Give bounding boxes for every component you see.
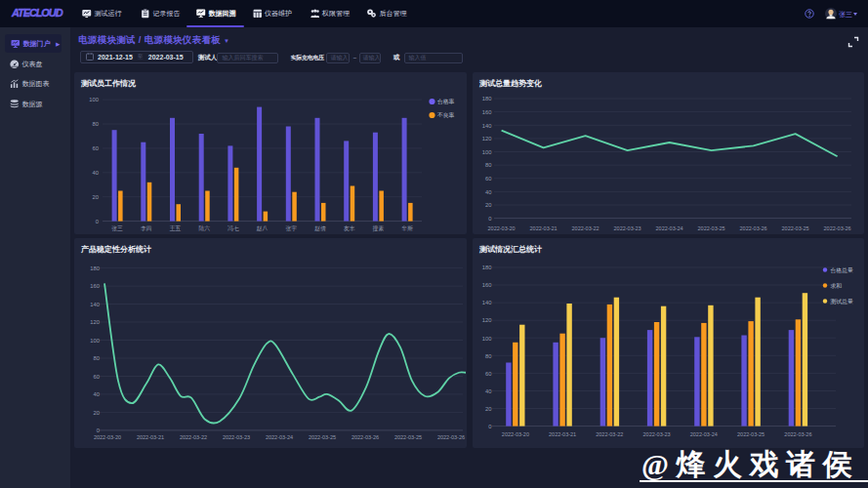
svg-text:60: 60 <box>485 371 491 377</box>
svg-text:陆六: 陆六 <box>198 224 210 231</box>
svg-text:2022-03-21: 2022-03-21 <box>530 225 558 231</box>
svg-text:100: 100 <box>89 97 99 102</box>
svg-text:2022-03-23: 2022-03-23 <box>223 434 250 440</box>
svg-text:0: 0 <box>96 219 99 224</box>
svg-text:张三: 张三 <box>111 225 123 232</box>
svg-text:张宇: 张宇 <box>286 225 298 232</box>
svg-text:2022-03-23: 2022-03-23 <box>643 431 671 437</box>
svg-text:140: 140 <box>90 302 100 307</box>
svg-text:2022-03-20: 2022-03-20 <box>488 225 516 231</box>
svg-text:2022-03-20: 2022-03-20 <box>502 431 529 437</box>
svg-text:140: 140 <box>482 300 492 305</box>
svg-text:不良率: 不良率 <box>437 111 455 118</box>
svg-text:160: 160 <box>90 283 100 289</box>
svg-text:0: 0 <box>488 424 491 429</box>
svg-text:冯七: 冯七 <box>227 224 239 231</box>
svg-text:180: 180 <box>90 265 100 271</box>
svg-text:100: 100 <box>482 336 492 342</box>
svg-text:40: 40 <box>485 189 491 195</box>
svg-text:合格率: 合格率 <box>437 99 455 105</box>
svg-text:2022-03-24: 2022-03-24 <box>690 431 718 437</box>
svg-text:2022-03-22: 2022-03-22 <box>572 225 599 231</box>
svg-text:160: 160 <box>482 282 492 288</box>
svg-text:李四: 李四 <box>141 225 152 232</box>
svg-text:赵倩: 赵倩 <box>314 225 326 232</box>
svg-text:辛斯: 辛斯 <box>401 225 413 231</box>
svg-text:80: 80 <box>94 355 100 361</box>
svg-text:2022-03-26: 2022-03-26 <box>784 431 811 437</box>
svg-text:2022-03-26: 2022-03-26 <box>351 434 379 440</box>
svg-text:60: 60 <box>485 176 491 182</box>
svg-text:2022-03-25: 2022-03-25 <box>394 434 422 440</box>
svg-text:40: 40 <box>485 388 491 394</box>
svg-text:2022-03-25: 2022-03-25 <box>737 431 765 437</box>
svg-text:友丰: 友丰 <box>344 224 355 231</box>
svg-text:2022-03-24: 2022-03-24 <box>656 225 683 231</box>
svg-text:20: 20 <box>485 202 491 208</box>
svg-text:求和: 求和 <box>831 282 843 289</box>
svg-text:2022-03-25: 2022-03-25 <box>782 225 809 231</box>
svg-text:100: 100 <box>90 338 100 344</box>
svg-text:2022-03-26: 2022-03-26 <box>740 225 767 231</box>
svg-text:2022-03-26: 2022-03-26 <box>824 225 851 231</box>
svg-text:80: 80 <box>485 162 491 168</box>
svg-text:180: 180 <box>482 96 492 102</box>
svg-text:2022-03-22: 2022-03-22 <box>596 431 623 437</box>
svg-text:20: 20 <box>94 410 100 416</box>
svg-text:王五: 王五 <box>170 224 182 231</box>
svg-text:2022-03-26: 2022-03-26 <box>437 434 465 440</box>
svg-text:20: 20 <box>485 406 491 412</box>
svg-text:2022-03-25: 2022-03-25 <box>698 225 725 231</box>
svg-text:合格总量: 合格总量 <box>831 267 853 274</box>
svg-text:60: 60 <box>94 374 100 380</box>
svg-text:测试总量: 测试总量 <box>830 298 853 305</box>
svg-text:赵八: 赵八 <box>257 225 269 232</box>
svg-text:20: 20 <box>93 194 99 200</box>
svg-text:2022-03-25: 2022-03-25 <box>309 434 336 440</box>
svg-text:2022-03-24: 2022-03-24 <box>266 434 293 440</box>
svg-text:80: 80 <box>93 121 99 127</box>
svg-text:160: 160 <box>482 109 492 115</box>
svg-text:80: 80 <box>485 353 491 359</box>
svg-text:140: 140 <box>482 123 492 129</box>
svg-text:60: 60 <box>93 145 99 151</box>
svg-text:2022-03-21: 2022-03-21 <box>549 431 576 437</box>
svg-text:2022-03-21: 2022-03-21 <box>137 434 164 440</box>
svg-text:120: 120 <box>482 317 492 323</box>
svg-text:0: 0 <box>97 427 100 433</box>
svg-text:120: 120 <box>90 319 100 325</box>
svg-text:0: 0 <box>488 216 491 222</box>
svg-text:100: 100 <box>482 149 492 155</box>
svg-text:2022-03-23: 2022-03-23 <box>614 225 641 231</box>
svg-text:40: 40 <box>93 170 99 176</box>
svg-text:2022-03-22: 2022-03-22 <box>180 434 207 440</box>
svg-text:180: 180 <box>482 264 492 270</box>
svg-text:120: 120 <box>482 136 492 142</box>
svg-text:搜素: 搜素 <box>373 224 385 232</box>
svg-text:40: 40 <box>94 391 100 397</box>
svg-text:2022-03-20: 2022-03-20 <box>94 434 121 440</box>
